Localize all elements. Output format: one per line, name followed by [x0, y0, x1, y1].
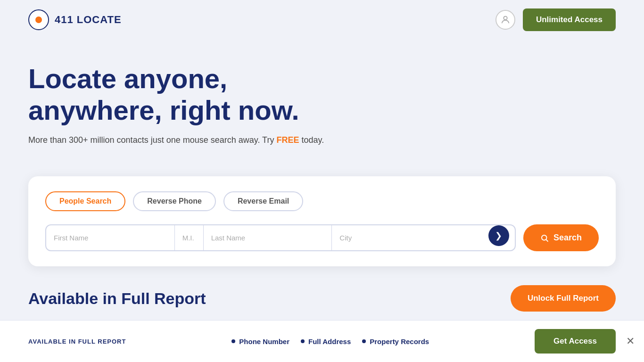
- search-button[interactable]: Search: [523, 224, 599, 251]
- search-card: People Search Reverse Phone Reverse Emai…: [28, 176, 616, 266]
- logo-area: 411 LOCATE: [28, 9, 122, 30]
- hero-title: Locate anyone, anywhere, right now.: [28, 63, 358, 126]
- last-name-input[interactable]: [204, 225, 332, 250]
- mi-input[interactable]: [175, 225, 203, 250]
- svg-point-0: [504, 16, 507, 20]
- tab-reverse-phone[interactable]: Reverse Phone: [133, 191, 216, 211]
- search-icon: [540, 234, 549, 242]
- header: 411 LOCATE Unlimited Access: [0, 0, 644, 40]
- tab-people-search[interactable]: People Search: [45, 191, 125, 211]
- banner-items: Phone Number Full Address Property Recor…: [231, 337, 429, 346]
- tab-reverse-email[interactable]: Reverse Email: [223, 191, 303, 211]
- search-inputs: ❯: [45, 224, 516, 251]
- bottom-banner: AVAILABLE IN FULL REPORT Phone Number Fu…: [0, 320, 644, 362]
- svg-point-1: [542, 235, 547, 240]
- svg-line-2: [546, 239, 548, 241]
- logo-dot: [35, 16, 42, 23]
- city-input[interactable]: [332, 225, 483, 250]
- tab-row: People Search Reverse Phone Reverse Emai…: [45, 191, 599, 211]
- user-icon[interactable]: [495, 10, 515, 30]
- banner-item-address: Full Address: [301, 337, 351, 346]
- hero-section: Locate anyone, anywhere, right now. More…: [0, 40, 644, 176]
- banner-item-phone: Phone Number: [231, 337, 289, 346]
- unlock-full-report-button[interactable]: Unlock Full Report: [511, 285, 616, 312]
- header-right: Unlimited Access: [495, 8, 616, 31]
- close-button[interactable]: ✕: [626, 335, 635, 347]
- search-arrow-button[interactable]: ❯: [488, 225, 509, 246]
- banner-dot-2: [301, 339, 305, 343]
- report-title: Available in Full Report: [28, 289, 206, 308]
- logo-text: 411 LOCATE: [55, 14, 122, 26]
- hero-subtitle: More than 300+ million contacts just one…: [28, 135, 616, 145]
- banner-item-property: Property Records: [362, 337, 429, 346]
- first-name-input[interactable]: [46, 225, 174, 250]
- banner-dot-3: [362, 339, 366, 343]
- unlimited-access-button[interactable]: Unlimited Access: [523, 8, 616, 31]
- logo-icon: [28, 9, 49, 30]
- search-row: ❯ Search: [45, 224, 599, 251]
- get-access-button[interactable]: Get Access: [535, 329, 616, 354]
- banner-dot-1: [231, 339, 235, 343]
- banner-label: AVAILABLE IN FULL REPORT: [28, 338, 126, 345]
- report-section: Available in Full Report Unlock Full Rep…: [0, 266, 644, 321]
